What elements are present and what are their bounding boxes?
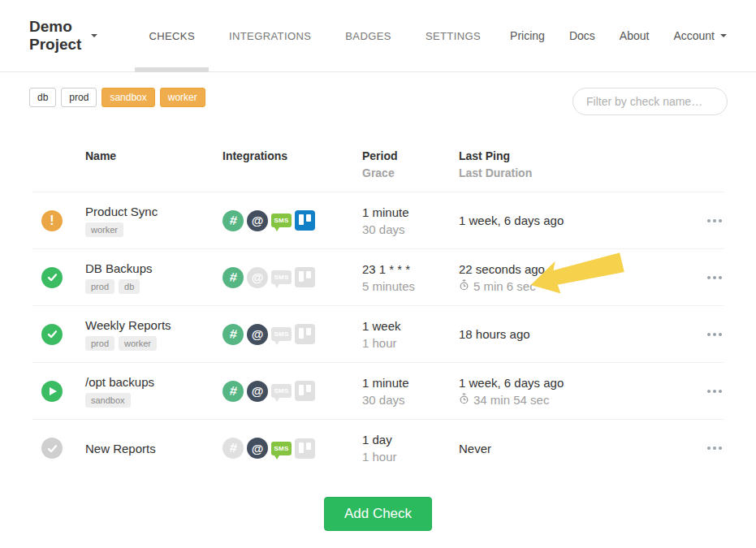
chevron-down-icon <box>91 34 97 37</box>
check-tag: db <box>119 279 140 294</box>
check-tag: prod <box>85 336 114 351</box>
add-check-area: Add Check <box>0 497 756 531</box>
slack-icon: # <box>222 267 244 288</box>
period-value: 1 week <box>362 317 459 334</box>
integrations-cell: #@SMS <box>222 381 362 402</box>
row-menu-button[interactable] <box>706 214 724 227</box>
slack-icon: # <box>222 210 244 231</box>
integrations-cell: #@SMS <box>222 438 362 459</box>
grace-value: 30 days <box>362 391 459 408</box>
checks-page: Demo Project CHECKS INTEGRATIONS BADGES … <box>0 0 756 548</box>
tag-filter-sandbox[interactable]: sandbox <box>102 88 154 107</box>
nav-link-docs[interactable]: Docs <box>557 29 607 42</box>
status-cell <box>32 438 85 459</box>
check-name-link[interactable]: Product Sync <box>85 205 222 218</box>
project-name: Demo Project <box>29 18 85 54</box>
status-cell <box>32 324 85 345</box>
stopwatch-icon <box>459 278 469 295</box>
col-period-grace: Period Grace <box>362 148 459 182</box>
period-value: 1 minute <box>362 204 459 221</box>
email-icon: @ <box>247 438 268 459</box>
table-body: !Product Syncworker#@SMS1 minute30 days1… <box>32 192 724 477</box>
table-row: New Reports#@SMS1 day1 hourNever <box>32 420 724 477</box>
tag-filter-db[interactable]: db <box>29 88 56 107</box>
check-tag: worker <box>119 336 157 351</box>
check-tag: prod <box>85 279 114 294</box>
last-duration-value: 34 min 54 sec <box>459 391 636 408</box>
integrations-cell: #@SMS <box>222 324 362 345</box>
trello-icon <box>295 210 315 231</box>
nav-links: Pricing Docs About Account <box>498 29 727 42</box>
check-tags: prodworker <box>85 336 222 351</box>
email-icon: @ <box>247 324 268 345</box>
name-cell: DB Backupsproddb <box>85 261 222 294</box>
tab-integrations[interactable]: INTEGRATIONS <box>212 0 328 72</box>
trello-icon <box>295 267 315 287</box>
status-new-icon <box>41 438 63 459</box>
row-menu-button[interactable] <box>706 385 724 398</box>
check-name-link[interactable]: New Reports <box>85 442 222 455</box>
check-name-filter-input[interactable] <box>572 88 728 115</box>
tab-badges[interactable]: BADGES <box>328 0 408 72</box>
integrations-cell: #@SMS <box>222 210 362 231</box>
last-ping-value: 1 week, 6 days ago <box>459 374 636 391</box>
last-ping-cell: 22 seconds ago5 min 6 sec <box>459 261 636 295</box>
col-name: Name <box>85 148 222 165</box>
slack-icon: # <box>222 438 244 459</box>
period-cell: 1 minute30 days <box>362 374 459 408</box>
add-check-button[interactable]: Add Check <box>324 497 432 531</box>
col-integrations: Integrations <box>222 148 362 165</box>
period-value: 1 minute <box>362 374 459 391</box>
period-cell: 1 day1 hour <box>362 431 459 465</box>
account-dropdown[interactable]: Account <box>661 29 727 42</box>
row-menu-button[interactable] <box>706 328 724 341</box>
period-cell: 1 week1 hour <box>362 317 459 352</box>
check-tag: worker <box>85 222 123 237</box>
stopwatch-icon <box>459 391 469 408</box>
sms-icon: SMS <box>271 327 292 341</box>
sms-icon: SMS <box>271 442 292 455</box>
status-cell: ! <box>32 210 85 231</box>
table-row: !Product Syncworker#@SMS1 minute30 days1… <box>32 192 724 249</box>
status-up-icon <box>41 324 63 345</box>
check-tags: proddb <box>85 279 222 294</box>
chevron-down-icon <box>720 34 727 37</box>
status-up-icon <box>41 267 63 288</box>
col-lastping-duration: Last Ping Last Duration <box>459 148 636 182</box>
period-value: 1 day <box>362 431 459 448</box>
tag-filter-worker[interactable]: worker <box>160 88 205 107</box>
trello-icon <box>295 438 315 459</box>
check-name-link[interactable]: DB Backups <box>85 261 222 275</box>
slack-icon: # <box>222 381 244 402</box>
trello-icon <box>295 324 315 344</box>
email-icon: @ <box>247 267 268 288</box>
nav-link-about[interactable]: About <box>607 29 662 42</box>
last-ping-cell: 1 week, 6 days ago34 min 54 sec <box>459 374 636 408</box>
last-ping-cell: 18 hours ago <box>459 326 636 343</box>
status-grace-icon: ! <box>41 210 63 231</box>
table-row: Weekly Reportsprodworker#@SMS1 week1 hou… <box>32 306 724 363</box>
tag-filter-prod[interactable]: prod <box>61 88 97 107</box>
row-menu-button[interactable] <box>706 271 724 284</box>
project-dropdown[interactable]: Demo Project <box>29 18 97 54</box>
check-tags: sandbox <box>85 393 222 408</box>
check-tag: sandbox <box>85 393 131 408</box>
check-name-link[interactable]: /opt backups <box>85 375 222 389</box>
tab-checks[interactable]: CHECKS <box>132 0 212 72</box>
name-cell: Weekly Reportsprodworker <box>85 318 222 351</box>
check-tags: worker <box>85 222 222 237</box>
last-ping-cell: Never <box>459 440 636 457</box>
check-name-link[interactable]: Weekly Reports <box>85 318 222 332</box>
integrations-cell: #@SMS <box>222 267 362 288</box>
nav-link-pricing[interactable]: Pricing <box>498 29 557 42</box>
tab-settings[interactable]: SETTINGS <box>408 0 498 72</box>
name-cell: Product Syncworker <box>85 205 222 237</box>
top-nav: Demo Project CHECKS INTEGRATIONS BADGES … <box>0 0 756 72</box>
sms-icon: SMS <box>271 270 292 284</box>
table-row: /opt backupssandbox#@SMS1 minute30 days1… <box>32 363 724 420</box>
row-menu-button[interactable] <box>706 442 724 455</box>
last-duration-value: 5 min 6 sec <box>459 278 636 295</box>
sms-icon: SMS <box>271 384 292 398</box>
period-cell: 1 minute30 days <box>362 204 459 238</box>
last-ping-value: 1 week, 6 days ago <box>459 212 636 229</box>
